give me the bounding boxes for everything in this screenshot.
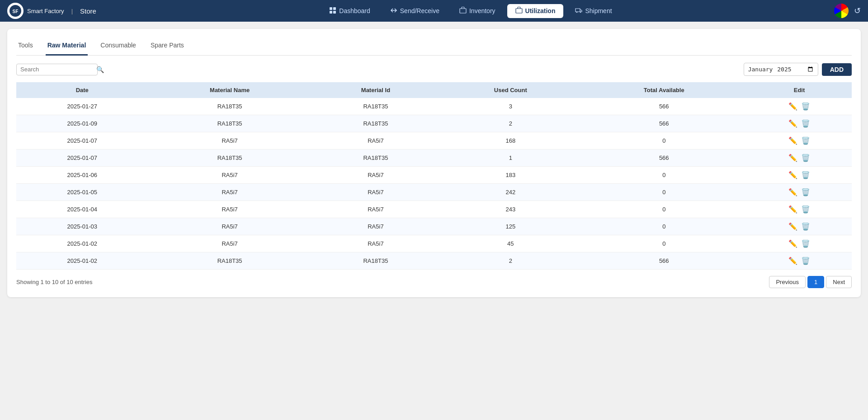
page-1-button[interactable]: 1 <box>807 276 824 288</box>
nav-item-shipment[interactable]: Shipment <box>567 4 620 18</box>
nav-item-send-receive[interactable]: Send/Receive <box>382 4 448 18</box>
data-table: Date Material Name Material Id Used Coun… <box>16 82 852 270</box>
nav-item-dashboard[interactable]: Dashboard <box>321 4 378 18</box>
svg-rect-2 <box>330 7 332 10</box>
cell-date: 2025-01-06 <box>16 167 148 184</box>
edit-pen-icon[interactable]: ✏️ <box>788 171 797 179</box>
send-receive-icon <box>390 7 397 15</box>
nav-item-inventory[interactable]: Inventory <box>451 4 504 18</box>
cell-date: 2025-01-27 <box>16 98 148 115</box>
cell-total_available: 0 <box>581 235 747 252</box>
cell-used_count: 125 <box>440 218 581 235</box>
cell-edit: ✏️ 🗑️ <box>747 201 852 218</box>
cell-edit: ✏️ 🗑️ <box>747 132 852 149</box>
delete-trash-icon[interactable]: 🗑️ <box>801 239 810 248</box>
cell-material_id: RA18T35 <box>311 98 440 115</box>
table-row: 2025-01-03RA5i7RA5i71250 ✏️ 🗑️ <box>16 218 852 235</box>
table-row: 2025-01-07RA18T35RA18T351566 ✏️ 🗑️ <box>16 149 852 167</box>
cell-material_id: RA18T35 <box>311 252 440 270</box>
edit-pen-icon[interactable]: ✏️ <box>788 119 797 128</box>
cell-material_name: RA18T35 <box>148 115 311 132</box>
cell-edit: ✏️ 🗑️ <box>747 98 852 115</box>
delete-trash-icon[interactable]: 🗑️ <box>801 119 810 128</box>
cell-used_count: 183 <box>440 167 581 184</box>
cell-material_name: RA5i7 <box>148 132 311 149</box>
edit-pen-icon[interactable]: ✏️ <box>788 222 797 231</box>
tab-raw-material[interactable]: Raw Material <box>46 38 88 56</box>
tabs: Tools Raw Material Consumable Spare Part… <box>16 38 852 56</box>
table-row: 2025-01-27RA18T35RA18T353566 ✏️ 🗑️ <box>16 98 852 115</box>
table-row: 2025-01-02RA5i7RA5i7450 ✏️ 🗑️ <box>16 235 852 252</box>
table-row: 2025-01-09RA18T35RA18T352566 ✏️ 🗑️ <box>16 115 852 132</box>
cell-total_available: 0 <box>581 218 747 235</box>
svg-point-8 <box>576 11 577 12</box>
search-icon: 🔍 <box>96 66 104 73</box>
svg-text:SF: SF <box>13 9 19 14</box>
col-used-count: Used Count <box>440 82 581 98</box>
svg-rect-5 <box>333 11 336 14</box>
cell-material_name: RA5i7 <box>148 218 311 235</box>
search-box: 🔍 <box>16 64 98 75</box>
cell-edit: ✏️ 🗑️ <box>747 167 852 184</box>
edit-pen-icon[interactable]: ✏️ <box>788 205 797 214</box>
delete-trash-icon[interactable]: 🗑️ <box>801 154 810 162</box>
edit-pen-icon[interactable]: ✏️ <box>788 154 797 162</box>
cell-used_count: 2 <box>440 115 581 132</box>
svg-rect-6 <box>460 9 466 13</box>
col-edit: Edit <box>747 82 852 98</box>
cell-material_name: RA18T35 <box>148 149 311 167</box>
tab-tools[interactable]: Tools <box>16 38 35 56</box>
previous-button[interactable]: Previous <box>769 276 806 288</box>
edit-pen-icon[interactable]: ✏️ <box>788 136 797 145</box>
dashboard-icon <box>329 7 336 15</box>
cell-material_id: RA5i7 <box>311 235 440 252</box>
delete-trash-icon[interactable]: 🗑️ <box>801 205 810 214</box>
delete-trash-icon[interactable]: 🗑️ <box>801 171 810 179</box>
nav-label-inventory: Inventory <box>469 7 495 14</box>
col-material-id: Material Id <box>311 82 440 98</box>
showing-text: Showing 1 to 10 of 10 entries <box>16 279 92 285</box>
add-button[interactable]: ADD <box>822 63 852 76</box>
cell-date: 2025-01-07 <box>16 149 148 167</box>
nav-item-utilization[interactable]: Utilization <box>507 4 564 18</box>
cell-material_name: RA5i7 <box>148 201 311 218</box>
cell-total_available: 0 <box>581 132 747 149</box>
cell-total_available: 0 <box>581 167 747 184</box>
cell-date: 2025-01-02 <box>16 252 148 270</box>
svg-rect-4 <box>330 11 332 14</box>
delete-trash-icon[interactable]: 🗑️ <box>801 222 810 231</box>
delete-trash-icon[interactable]: 🗑️ <box>801 102 810 111</box>
nav-items: Dashboard Send/Receive Inventory Utiliza… <box>107 4 834 18</box>
cell-material_id: RA5i7 <box>311 201 440 218</box>
cell-edit: ✏️ 🗑️ <box>747 235 852 252</box>
cell-used_count: 1 <box>440 149 581 167</box>
delete-trash-icon[interactable]: 🗑️ <box>801 257 810 265</box>
col-date: Date <box>16 82 148 98</box>
cell-material_id: RA5i7 <box>311 218 440 235</box>
col-total-available: Total Available <box>581 82 747 98</box>
cell-used_count: 242 <box>440 184 581 201</box>
search-input[interactable] <box>20 66 96 73</box>
svg-rect-3 <box>333 7 336 10</box>
cell-total_available: 566 <box>581 115 747 132</box>
edit-pen-icon[interactable]: ✏️ <box>788 257 797 265</box>
cell-material_id: RA5i7 <box>311 167 440 184</box>
cell-material_id: RA18T35 <box>311 149 440 167</box>
brand: SF Smart Factory | Store <box>7 3 96 19</box>
next-button[interactable]: Next <box>826 276 852 288</box>
tab-consumable[interactable]: Consumable <box>99 38 138 56</box>
tab-spare-parts[interactable]: Spare Parts <box>149 38 186 56</box>
edit-pen-icon[interactable]: ✏️ <box>788 102 797 111</box>
table-row: 2025-01-04RA5i7RA5i72430 ✏️ 🗑️ <box>16 201 852 218</box>
edit-pen-icon[interactable]: ✏️ <box>788 188 797 196</box>
date-filter[interactable] <box>744 63 818 76</box>
delete-trash-icon[interactable]: 🗑️ <box>801 188 810 196</box>
cell-material_name: RA5i7 <box>148 235 311 252</box>
svg-point-9 <box>580 11 581 12</box>
cell-used_count: 2 <box>440 252 581 270</box>
delete-trash-icon[interactable]: 🗑️ <box>801 136 810 145</box>
refresh-icon[interactable]: ↺ <box>854 6 861 16</box>
avatar[interactable] <box>834 4 849 18</box>
edit-pen-icon[interactable]: ✏️ <box>788 239 797 248</box>
cell-edit: ✏️ 🗑️ <box>747 149 852 167</box>
